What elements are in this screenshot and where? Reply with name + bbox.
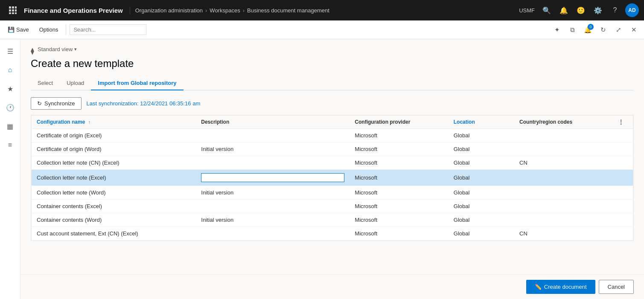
table-row[interactable]: Certificate of origin (Excel)MicrosoftGl…	[32, 129, 633, 142]
col-header-name[interactable]: Configuration name ↑	[32, 116, 196, 129]
close-icon[interactable]: ✕	[627, 23, 641, 37]
sidebar-workspaces[interactable]: ▦	[2, 118, 19, 135]
table-row[interactable]: Collection letter note (CN) (Excel)Micro…	[32, 156, 633, 170]
svg-rect-3	[9, 9, 11, 12]
region-label: USMF	[519, 7, 535, 14]
cell-location: Global	[449, 170, 514, 186]
cell-description: Initial version	[196, 186, 350, 200]
cell-description[interactable]	[196, 170, 350, 186]
search-icon[interactable]: 🔍	[540, 3, 554, 17]
cell-description: Initial version	[196, 142, 350, 156]
table-header: Configuration name ↑ Description Configu…	[32, 116, 633, 129]
cell-config-name: Container contents (Excel)	[32, 200, 196, 213]
personalize-icon[interactable]: ✦	[550, 23, 564, 37]
split-icon[interactable]: ⧉	[565, 23, 579, 37]
cell-config-name: Certificate of origin (Word)	[32, 142, 196, 156]
smiley-icon[interactable]: 🙂	[574, 3, 588, 17]
cancel-button[interactable]: Cancel	[599, 280, 634, 294]
cell-location: Global	[449, 186, 514, 200]
breadcrumb-item-2[interactable]: Workspaces	[210, 7, 240, 14]
table-row[interactable]: Container contents (Word)Initial version…	[32, 213, 633, 227]
breadcrumb-item-1[interactable]: Organization administration	[135, 7, 203, 14]
create-document-button[interactable]: ✏️ Create document	[526, 280, 595, 294]
sidebar-recent[interactable]: 🕐	[2, 99, 19, 116]
cell-more	[613, 213, 633, 227]
col-header-country: Country/region codes	[514, 116, 613, 129]
view-label: Standard view	[38, 46, 73, 52]
settings-icon[interactable]: ⚙️	[591, 3, 605, 17]
cell-provider: Microsoft	[350, 170, 448, 186]
search-input[interactable]	[70, 24, 146, 35]
cell-provider: Microsoft	[350, 156, 448, 170]
open-new-icon[interactable]: ⤢	[612, 23, 625, 37]
notification-badge: 🔔 0	[581, 23, 594, 37]
cell-more	[613, 170, 633, 186]
cell-config-name: Collection letter note (Word)	[32, 186, 196, 200]
avatar[interactable]: AD	[625, 3, 639, 17]
save-icon: 💾	[8, 26, 15, 33]
tab-import[interactable]: Import from Global repository	[91, 76, 183, 90]
cell-description: Initial version	[196, 213, 350, 227]
tab-upload[interactable]: Upload	[60, 76, 91, 90]
cell-description	[196, 156, 350, 170]
notification-count: 0	[588, 24, 594, 30]
save-button[interactable]: 💾 Save	[3, 25, 33, 35]
col-header-desc: Description	[196, 116, 350, 129]
save-label: Save	[16, 26, 29, 33]
table-row[interactable]: Cust account statement, Ext (CN) (Excel)…	[32, 227, 633, 241]
cell-country	[514, 213, 613, 227]
svg-rect-4	[12, 9, 14, 12]
cell-config-name: Certificate of origin (Excel)	[32, 129, 196, 142]
create-label: Create document	[544, 284, 587, 290]
cell-config-name: Cust account statement, Ext (CN) (Excel)	[32, 227, 196, 241]
app-grid-icon[interactable]	[5, 3, 20, 18]
sidebar-favorites[interactable]: ★	[2, 80, 19, 97]
cell-country	[514, 200, 613, 213]
svg-rect-1	[12, 6, 14, 9]
cell-config-name: Collection letter note (Excel)	[32, 170, 196, 186]
svg-rect-5	[15, 9, 17, 12]
main-layout: ☰ ⌂ ★ 🕐 ▦ ≡ ⧫ Standard view ▾ Create a n…	[0, 39, 644, 299]
table-row[interactable]: Collection letter note (Excel)MicrosoftG…	[32, 170, 633, 186]
cell-location: Global	[449, 129, 514, 142]
sync-bar: ↻ Synchronize Last synchronization: 12/2…	[31, 97, 634, 110]
cell-country	[514, 142, 613, 156]
filter-icon[interactable]: ⧫	[31, 47, 34, 55]
cell-description	[196, 200, 350, 213]
description-input[interactable]	[201, 173, 344, 182]
svg-rect-0	[9, 6, 11, 9]
pencil-icon: ✏️	[535, 284, 542, 290]
content-inner: ⧫ Standard view ▾ Create a new template …	[20, 39, 644, 248]
synchronize-button[interactable]: ↻ Synchronize	[31, 97, 82, 110]
cell-country: CN	[514, 227, 613, 241]
svg-rect-6	[9, 12, 11, 14]
cell-provider: Microsoft	[350, 200, 448, 213]
help-icon[interactable]: ?	[608, 3, 622, 17]
cell-provider: Microsoft	[350, 213, 448, 227]
cancel-label: Cancel	[608, 284, 625, 290]
view-selector[interactable]: Standard view ▾	[38, 46, 77, 52]
sidebar-hamburger[interactable]: ☰	[2, 43, 19, 60]
col-header-location: Location	[449, 116, 514, 129]
col-header-provider: Configuration provider	[350, 116, 448, 129]
table-wrapper: Configuration name ↑ Description Configu…	[31, 115, 634, 241]
tab-select[interactable]: Select	[31, 76, 60, 90]
svg-rect-2	[15, 6, 17, 9]
col-header-more[interactable]: ⋮	[613, 116, 633, 129]
app-title: Finance and Operations Preview	[20, 7, 130, 14]
sidebar-home[interactable]: ⌂	[2, 61, 19, 78]
cell-location: Global	[449, 142, 514, 156]
table-row[interactable]: Collection letter note (Word)Initial ver…	[32, 186, 633, 200]
options-button[interactable]: Options	[35, 25, 63, 35]
bell-icon[interactable]: 🔔	[557, 3, 571, 17]
refresh-icon[interactable]: ↻	[596, 23, 610, 37]
sidebar-modules[interactable]: ≡	[2, 136, 19, 154]
breadcrumb-item-3[interactable]: Business document management	[247, 7, 329, 14]
cell-more	[613, 227, 633, 241]
sync-icon: ↻	[37, 100, 42, 107]
cell-more	[613, 200, 633, 213]
table-row[interactable]: Container contents (Excel)MicrosoftGloba…	[32, 200, 633, 213]
sidebar: ☰ ⌂ ★ 🕐 ▦ ≡	[0, 39, 20, 299]
cell-location: Global	[449, 200, 514, 213]
table-row[interactable]: Certificate of origin (Word)Initial vers…	[32, 142, 633, 156]
